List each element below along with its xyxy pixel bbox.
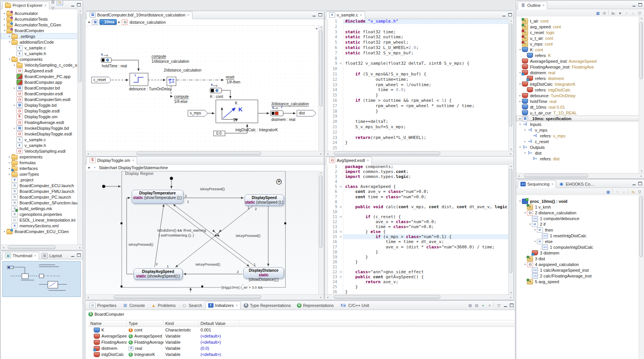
- twistie-icon[interactable]: ▸: [13, 64, 16, 67]
- sm-canvas[interactable]: Display RegionisKeyPressed()21HisSubZero…: [85, 171, 319, 295]
- tree-item[interactable]: ✉t_air : cont: [516, 18, 639, 24]
- twistie-icon[interactable]: ▸: [13, 104, 16, 107]
- twistie-icon[interactable]: ▾: [528, 223, 532, 226]
- code-line[interactable]: 20 time+=deltaT;: [325, 119, 509, 124]
- chevron-right-icon[interactable]: ▶: [118, 21, 120, 24]
- breadcrumb-item-statechart[interactable]: Statechart DisplayToggleStatemachine: [99, 165, 168, 170]
- tree-item[interactable]: u_t_air_cur : T_1D_REAL: [516, 110, 639, 116]
- code-line[interactable]: 12 ave_v = class="num">0.0;: [325, 219, 509, 224]
- hide-links-icon[interactable]: ⊘: [602, 10, 607, 16]
- close-icon[interactable]: ×: [543, 3, 545, 7]
- tree-item[interactable]: ▾components: [1, 56, 78, 62]
- column-header-type[interactable]: Type: [127, 320, 163, 326]
- state-node[interactable]: DisplaySpeedstatic {showSpeed ();}: [245, 194, 284, 206]
- breadcrumb-item-distance-calculation[interactable]: distance_calculation: [129, 20, 166, 24]
- vertical-scrollbar[interactable]: ▴: [318, 25, 324, 151]
- scroll-thumb[interactable]: [524, 174, 588, 178]
- maximize-icon[interactable]: [77, 253, 81, 257]
- fold-icon[interactable]: ⊖: [339, 234, 343, 239]
- cell-default-value[interactable]: (<default>): [199, 339, 240, 345]
- fold-icon[interactable]: ⊖: [339, 214, 343, 219]
- code-line[interactable]: 11 if (S_v_mps&&!S_v_mps_buf) {: [325, 72, 509, 77]
- code-line[interactable]: 3import common.types.logic;: [325, 174, 509, 179]
- code-line[interactable]: 19 }: [325, 255, 509, 259]
- code-line[interactable]: 12 outtime=time;: [325, 77, 509, 82]
- chevron-right-icon[interactable]: ▶: [88, 21, 90, 24]
- code-line[interactable]: 6 cont ave_v = class="num">0.0;: [325, 189, 509, 194]
- horizontal-scrollbar[interactable]: ◂ ▸: [516, 173, 644, 178]
- tree-item[interactable]: cv_sample.h: [1, 51, 78, 56]
- view-menu-icon[interactable]: ▽: [637, 10, 642, 16]
- tree-item[interactable]: ▾→[v_mps: [516, 127, 639, 133]
- code-line[interactable]: 15⊖ if (v_mps > class="num">0.1) {: [325, 234, 509, 239]
- close-icon[interactable]: ×: [44, 3, 46, 7]
- palette-flyout-icon[interactable]: ◂: [315, 26, 317, 30]
- twistie-icon[interactable]: ▾: [523, 263, 527, 266]
- tab-project-explorer[interactable]: Project Explorer ×: [2, 2, 49, 9]
- scroll-left-icon[interactable]: ◂: [85, 296, 91, 299]
- scroll-right-icon[interactable]: ▸: [508, 296, 514, 299]
- tree-item[interactable]: ▸experiments: [1, 154, 78, 160]
- tree-item[interactable]: cv_sample.c: [1, 45, 78, 51]
- tree-item[interactable]: ▾IFelse: [516, 238, 639, 244]
- code-line[interactable]: 1package components;: [325, 164, 509, 169]
- tab-representations[interactable]: GRepresentations: [294, 301, 337, 309]
- tree-item[interactable]: ▸→[c_reset: [516, 139, 639, 144]
- state-node[interactable]: DisplayTemperaturestatic {showTemperatur…: [132, 190, 183, 204]
- twistie-icon[interactable]: ▾: [3, 29, 7, 32]
- tree-item[interactable]: ▾additionalSrcCode: [1, 39, 78, 45]
- tab-initializers[interactable]: IInitializers×: [205, 301, 241, 309]
- scroll-left-icon[interactable]: ◂: [516, 175, 522, 178]
- code-line[interactable]: 21 S_v_mps_buf=S_v_mps;: [325, 124, 509, 130]
- tree-item[interactable]: ≡BoardComputer_FMU.launch: [1, 188, 78, 194]
- code-line[interactable]: 15 }: [325, 93, 509, 98]
- scroll-up-icon[interactable]: ▴: [639, 17, 644, 20]
- code-line[interactable]: 26}: [325, 289, 509, 294]
- bd-canvas[interactable]: SholdTime : realcompute1/distance_calcul…: [85, 25, 319, 151]
- code-line[interactable]: 24}: [325, 140, 509, 145]
- tree-item[interactable]: ✉3 dist: [516, 256, 639, 261]
- table-row[interactable]: intgDistCalcCIntegratorKVariable(<defaul…: [88, 351, 515, 357]
- twistie-icon[interactable]: ▸: [523, 140, 527, 143]
- tab-c-c-unit[interactable]: CüC/C++ Unit: [337, 301, 372, 309]
- twistie-icon[interactable]: ▸: [518, 94, 522, 97]
- twistie-icon[interactable]: ▾: [518, 146, 522, 149]
- cell-default-value[interactable]: (<default>): [199, 351, 240, 357]
- tree-item[interactable]: →[refers : v_mps: [516, 133, 639, 139]
- tree-item[interactable]: cv_sample.c: [1, 137, 78, 142]
- code-area[interactable]: 1#include "v_sample.h"23static float32 t…: [325, 19, 509, 151]
- thumbnail-preview[interactable]: [2, 261, 81, 297]
- tree-item[interactable]: {}DisplayToggle.esdl: [1, 108, 78, 114]
- tree-item[interactable]: ▸VelocitySampling_c_code_snip: [1, 62, 78, 68]
- tab-outline[interactable]: ≣ Outline ×: [518, 2, 547, 9]
- code-line[interactable]: 18 }: [325, 109, 509, 114]
- tree-item[interactable]: {}VelocitySampling.esdl: [1, 148, 78, 154]
- twistie-icon[interactable]: ▸: [8, 35, 11, 38]
- fold-icon[interactable]: ⊖: [339, 229, 343, 234]
- code-line[interactable]: 2import common.types.cont;: [325, 169, 509, 174]
- code-line[interactable]: 3static float32 time;: [325, 29, 509, 35]
- twistie-icon[interactable]: ▸: [518, 100, 522, 103]
- tree-item[interactable]: ✉5 avg_speed: [516, 279, 639, 284]
- scroll-thumb[interactable]: [114, 295, 262, 299]
- maximize-icon[interactable]: [638, 182, 642, 186]
- new-constructs-icon[interactable]: ▦: [595, 10, 601, 16]
- code-line[interactable]: 13 time = class="num">0.0;: [325, 224, 509, 229]
- table-row[interactable]: FloatingAverage_instCFloatingAverageVari…: [88, 339, 515, 345]
- code-line[interactable]: 6static float32 L_U_WHEEL=2.0;: [325, 45, 509, 51]
- tree-item[interactable]: ✉avg_speed : cont: [516, 24, 639, 29]
- tree-item[interactable]: ⋯1 reset/intgDistCalc: [516, 233, 639, 238]
- move-down-icon[interactable]: ↓: [630, 10, 636, 16]
- tree-item[interactable]: ▾]→Outputs: [516, 144, 639, 150]
- add-icon[interactable]: +: [480, 303, 486, 308]
- code-line[interactable]: 9⊖ public void calc(cont v_mps, cont dis…: [325, 204, 509, 209]
- sort-menu-icon[interactable]: ▾: [617, 10, 623, 16]
- cell-default-value[interactable]: (<default>): [199, 333, 240, 339]
- maximize-icon[interactable]: [638, 3, 642, 7]
- code-line[interactable]: 14 time = 0.0;: [325, 87, 509, 93]
- code-line[interactable]: 9⊖float32 v_sample(float32 deltaT, sint8…: [325, 61, 509, 66]
- close-icon[interactable]: ×: [236, 304, 238, 307]
- tab-displaytoggle-sm[interactable]: S DisplayToggle.sm ×: [86, 157, 137, 165]
- code-area[interactable]: 1package components;2import common.types…: [325, 164, 509, 295]
- tree-item[interactable]: ▸▦InvokeDisplayToggle.bd: [1, 125, 78, 131]
